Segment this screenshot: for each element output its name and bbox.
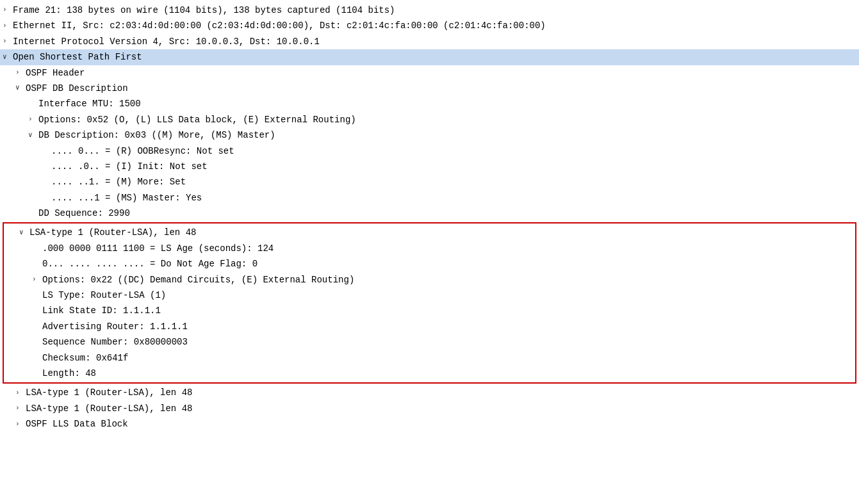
row-text-init: .... .0.. = (I) Init: Not set xyxy=(51,159,208,174)
row-text-db-desc: DB Description: 0x03 ((M) More, (MS) Mas… xyxy=(38,128,275,142)
tree-row-ospf[interactable]: ∨ Open Shortest Path First xyxy=(0,49,859,65)
expander-options2[interactable]: › xyxy=(32,274,42,286)
row-text-lls: OSPF LLS Data Block xyxy=(26,417,128,431)
expander-options[interactable]: › xyxy=(28,114,38,126)
tree-row-ethernet[interactable]: › Ethernet II, Src: c2:03:4d:0d:00:00 (c… xyxy=(0,18,859,33)
tree-row-ospf-header[interactable]: › OSPF Header xyxy=(0,65,859,81)
expander-ospf-db[interactable]: ∨ xyxy=(15,83,26,94)
row-text-ospf: Open Shortest Path First xyxy=(13,50,142,64)
tree-row-link-state-id[interactable]: Link State ID: 1.1.1.1 xyxy=(4,303,855,318)
tree-row-lsa1[interactable]: ∨ LSA-type 1 (Router-LSA), len 48 xyxy=(4,225,855,240)
expander-lls[interactable]: › xyxy=(15,419,26,430)
tree-row-dd-seq[interactable]: DD Sequence: 2990 xyxy=(0,206,859,221)
row-text-ethernet: Ethernet II, Src: c2:03:4d:0d:00:00 (c2:… xyxy=(13,19,546,33)
tree-row-checksum[interactable]: Checksum: 0x641f xyxy=(4,350,855,366)
tree-row-master[interactable]: .... ...1 = (MS) Master: Yes xyxy=(0,190,859,206)
row-text-ospf-header: OSPF Header xyxy=(26,66,85,80)
row-text-adv-router: Advertising Router: 1.1.1.1 xyxy=(42,320,188,334)
tree-row-frame[interactable]: › Frame 21: 138 bytes on wire (1104 bits… xyxy=(0,3,859,18)
tree-row-lsa2[interactable]: › LSA-type 1 (Router-LSA), len 48 xyxy=(0,385,859,400)
row-text-ipv4: Internet Protocol Version 4, Src: 10.0.0… xyxy=(13,35,320,49)
row-text-seq-num: Sequence Number: 0x80000003 xyxy=(42,335,188,349)
row-text-lsa1: LSA-type 1 (Router-LSA), len 48 xyxy=(29,225,196,240)
expander-frame[interactable]: › xyxy=(3,4,13,16)
tree-row-db-desc[interactable]: ∨ DB Description: 0x03 ((M) More, (MS) M… xyxy=(0,127,859,143)
packet-tree: › Frame 21: 138 bytes on wire (1104 bits… xyxy=(0,0,859,435)
tree-row-iface-mtu[interactable]: Interface MTU: 1500 xyxy=(0,96,859,111)
tree-row-oobresync[interactable]: .... 0... = (R) OOBResync: Not set xyxy=(0,143,859,159)
expander-lsa1[interactable]: ∨ xyxy=(19,227,29,239)
expander-db-desc[interactable]: ∨ xyxy=(28,130,38,142)
row-text-ospf-db: OSPF DB Description xyxy=(26,81,128,95)
expander-ipv4[interactable]: › xyxy=(3,36,13,47)
row-text-dd-seq: DD Sequence: 2990 xyxy=(38,206,130,220)
row-text-lsa2: LSA-type 1 (Router-LSA), len 48 xyxy=(26,386,192,400)
row-text-frame: Frame 21: 138 bytes on wire (1104 bits),… xyxy=(13,3,395,17)
tree-row-init[interactable]: .... .0.. = (I) Init: Not set xyxy=(0,159,859,174)
row-text-options2: Options: 0x22 ((DC) Demand Circuits, (E)… xyxy=(42,273,354,287)
lsa-box: ∨ LSA-type 1 (Router-LSA), len 48 .000 0… xyxy=(3,222,856,384)
row-text-link-state-id: Link State ID: 1.1.1.1 xyxy=(42,304,161,318)
expander-lsa2[interactable]: › xyxy=(15,387,26,399)
tree-row-options2[interactable]: › Options: 0x22 ((DC) Demand Circuits, (… xyxy=(4,272,855,288)
row-text-iface-mtu: Interface MTU: 1500 xyxy=(38,97,141,111)
expander-ethernet[interactable]: › xyxy=(3,20,13,32)
tree-row-do-not-age[interactable]: 0... .... .... .... = Do Not Age Flag: 0 xyxy=(4,256,855,272)
tree-row-lls[interactable]: › OSPF LLS Data Block xyxy=(0,416,859,432)
expander-lsa3[interactable]: › xyxy=(15,403,26,414)
tree-row-more[interactable]: .... ..1. = (M) More: Set xyxy=(0,174,859,190)
row-text-master: .... ...1 = (MS) Master: Yes xyxy=(51,191,202,205)
row-text-checksum: Checksum: 0x641f xyxy=(42,351,128,365)
row-text-more: .... ..1. = (M) More: Set xyxy=(51,175,186,189)
expander-ospf[interactable]: ∨ xyxy=(3,52,13,63)
tree-row-ls-type[interactable]: LS Type: Router-LSA (1) xyxy=(4,288,855,303)
tree-row-ospf-db[interactable]: ∨ OSPF DB Description xyxy=(0,81,859,96)
row-text-ls-age: .000 0000 0111 1100 = LS Age (seconds): … xyxy=(42,241,274,256)
row-text-oobresync: .... 0... = (R) OOBResync: Not set xyxy=(51,144,234,158)
tree-row-lsa3[interactable]: › LSA-type 1 (Router-LSA), len 48 xyxy=(0,401,859,416)
tree-row-adv-router[interactable]: Advertising Router: 1.1.1.1 xyxy=(4,319,855,334)
tree-row-ls-age[interactable]: .000 0000 0111 1100 = LS Age (seconds): … xyxy=(4,241,855,256)
row-text-do-not-age: 0... .... .... .... = Do Not Age Flag: 0 xyxy=(42,257,258,271)
row-text-length: Length: 48 xyxy=(42,366,96,380)
row-text-lsa3: LSA-type 1 (Router-LSA), len 48 xyxy=(26,402,192,416)
row-text-options: Options: 0x52 (O, (L) LLS Data block, (E… xyxy=(38,113,356,127)
expander-ospf-header[interactable]: › xyxy=(15,67,26,79)
tree-row-seq-num[interactable]: Sequence Number: 0x80000003 xyxy=(4,334,855,350)
tree-row-length[interactable]: Length: 48 xyxy=(4,366,855,381)
tree-row-options[interactable]: › Options: 0x52 (O, (L) LLS Data block, … xyxy=(0,112,859,127)
row-text-ls-type: LS Type: Router-LSA (1) xyxy=(42,288,166,302)
tree-row-ipv4[interactable]: › Internet Protocol Version 4, Src: 10.0… xyxy=(0,34,859,49)
